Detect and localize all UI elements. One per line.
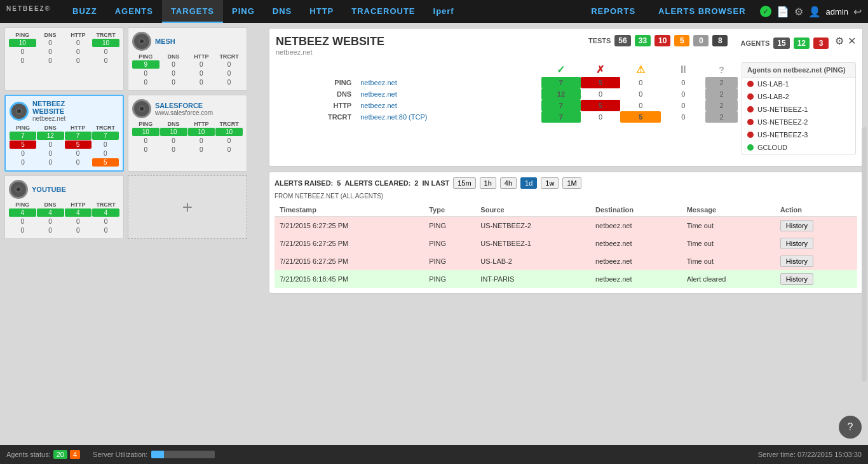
util-bar: [151, 451, 215, 458]
nav-menu: BUZZ AGENTS TARGETS PING DNS HTTP TRACER…: [64, 0, 582, 23]
agent-item-uslab2[interactable]: US-LAB-2: [742, 90, 855, 103]
logout-icon[interactable]: ↩: [853, 6, 862, 18]
badge-red-agents: 3: [813, 38, 829, 49]
badge-gray-tests: 0: [693, 35, 709, 46]
alert-action-2[interactable]: History: [775, 235, 857, 252]
time-btn-4h[interactable]: 4h: [500, 177, 517, 189]
time-btn-1d[interactable]: 1d: [520, 177, 537, 189]
mesh-title: MESH: [155, 38, 175, 45]
target-card-mesh[interactable]: MESH PING DNS HTTP TRCRT 9 0 0 0 0 0 0 0…: [128, 27, 247, 91]
stat-header-trcrt: TRCRT: [92, 32, 119, 38]
time-btn-1w[interactable]: 1w: [541, 177, 559, 189]
alert-dest-2: netbeez.net: [590, 235, 682, 252]
agent-name-usnetbeez1: US-NETBEEZ-1: [757, 106, 808, 113]
test-row-trcrt[interactable]: TRCRT netbeez.net:80 (TCP) 7 0 5 0 2: [276, 111, 738, 123]
nav-http[interactable]: HTTP: [301, 0, 342, 23]
time-btn-1h[interactable]: 1h: [480, 177, 496, 189]
alert-dest-1: netbeez.net: [590, 217, 682, 235]
nav-iperf[interactable]: Iperf: [424, 0, 463, 23]
status-bar: Agents status: 20 4 Server Utilization: …: [0, 445, 868, 464]
agent-dot-uslab1: [747, 81, 754, 87]
history-btn-3[interactable]: History: [780, 256, 813, 267]
alert-msg-2: Time out: [682, 235, 775, 252]
ping-red: 5: [581, 77, 620, 88]
agents-online-badge: 20: [53, 450, 67, 459]
nav-reports[interactable]: REPORTS: [582, 0, 644, 23]
agent-item-usnetbeez2[interactable]: US-NETBEEZ-2: [742, 116, 855, 128]
target-card-netbeez[interactable]: NETBEEZWEBSITE netbeez.net PING DNS HTTP…: [4, 95, 124, 172]
th-message: Message: [682, 203, 775, 217]
test-name-trcrt: TRCRT: [276, 111, 356, 123]
trcrt-green: 7: [541, 111, 581, 123]
nav-right: REPORTS ALERTS BROWSER ✓ 📄 ⚙ 👤 admin ↩: [582, 0, 862, 23]
time-btn-15m[interactable]: 15m: [453, 177, 475, 189]
history-btn-1[interactable]: History: [780, 220, 813, 231]
nav-agents[interactable]: AGENTS: [106, 0, 162, 23]
th-timestamp: Timestamp: [275, 203, 424, 217]
ping-green: 7: [541, 77, 581, 88]
server-time-label: Server time:: [758, 451, 796, 458]
alert-src-1: US-NETBEEZ-2: [475, 217, 590, 235]
server-time-value: 07/22/2015 15:03:30: [797, 451, 862, 458]
file-icon: 📄: [776, 6, 789, 18]
dns-pause: 0: [661, 88, 705, 100]
dns-warn: 0: [620, 88, 661, 100]
trcrt-pause: 0: [661, 111, 705, 123]
stat-dns-plain: 0: [37, 39, 64, 47]
detail-actions: ⚙ ✕: [835, 35, 856, 47]
nav-dns[interactable]: DNS: [264, 0, 301, 23]
agent-item-usnetbeez1[interactable]: US-NETBEEZ-1: [742, 103, 855, 116]
http-dark: 2: [705, 100, 738, 111]
netbeez-icon: [10, 102, 29, 121]
nav-ping[interactable]: PING: [223, 0, 264, 23]
agents-panel-title: Agents on netbeez.net (PING): [742, 63, 855, 78]
nav-alerts-browser[interactable]: ALERTS BROWSER: [649, 0, 755, 23]
alerts-table: Timestamp Type Source Destination Messag…: [275, 203, 857, 288]
alert-msg-3: Time out: [682, 252, 775, 270]
nav-targets[interactable]: TARGETS: [162, 0, 223, 23]
settings-detail-icon[interactable]: ⚙: [835, 35, 844, 47]
alert-action-3[interactable]: History: [775, 252, 857, 270]
nav-buzz[interactable]: BUZZ: [64, 0, 106, 23]
help-button[interactable]: ?: [839, 416, 862, 439]
time-btn-1m[interactable]: 1M: [562, 177, 581, 189]
alert-ts-4: 7/21/2015 6:18:45 PM: [275, 270, 424, 288]
stat-header-http: HTTP: [65, 32, 92, 38]
agent-dot-usnetbeez1: [747, 106, 754, 113]
trcrt-dark: 2: [705, 111, 738, 123]
history-btn-2[interactable]: History: [780, 238, 813, 249]
logo: NETBEEZ®: [6, 5, 51, 17]
alert-action-4[interactable]: History: [775, 270, 857, 288]
detail-subtitle: netbeez.net: [276, 48, 576, 56]
th-type: Type: [424, 203, 475, 217]
th-warn: ⚠: [620, 62, 661, 77]
alert-dest-4: netbeez.net: [590, 270, 682, 288]
alerts-cleared-count: 2: [414, 179, 418, 187]
nav-traceroute[interactable]: TRACEROUTE: [342, 0, 424, 23]
alert-action-1[interactable]: History: [775, 217, 857, 235]
detail-card: NETBEEZ WEBSITE netbeez.net TESTS 56 33 …: [269, 28, 863, 167]
test-row-http[interactable]: HTTP netbeez.net 7 5 0 0 2: [276, 100, 738, 111]
youtube-card-header: YOUTUBE: [9, 180, 119, 199]
test-row-ping[interactable]: PING netbeez.net 7 5 0 0 2: [276, 77, 738, 88]
alert-row-4: 7/21/2015 6:18:45 PM PING INT-PARIS netb…: [275, 270, 857, 288]
top-section: ✓ ✗ ⚠ ⏸ ? PING netbeez.net: [276, 62, 856, 154]
detail-title: NETBEEZ WEBSITE: [276, 35, 576, 48]
sh4: TRCRT: [215, 53, 243, 60]
target-card-salesforce[interactable]: SALESFORCE www.salesforce.com PING DNS H…: [128, 95, 247, 172]
agent-item-gcloud[interactable]: GCLOUD: [742, 141, 855, 154]
alert-src-4: INT-PARIS: [475, 270, 590, 288]
agents-panel-list: US-LAB-1 US-LAB-2 US-NETBEEZ-1 US-N: [742, 78, 855, 154]
agent-item-uslab1[interactable]: US-LAB-1: [742, 78, 855, 90]
th-source: Source: [475, 203, 590, 217]
netbeez-subtitle: netbeez.net: [32, 115, 65, 122]
settings-icon[interactable]: ⚙: [794, 6, 803, 18]
close-detail-icon[interactable]: ✕: [848, 35, 856, 47]
th-pause: ⏸: [661, 62, 705, 77]
add-target-button[interactable]: +: [128, 175, 247, 239]
test-row-dns[interactable]: DNS netbeez.net 12 0 0 0 2: [276, 88, 738, 100]
target-card-youtube[interactable]: YOUTUBE PING DNS HTTP TRCRT 4 4 4 4 0 0 …: [4, 175, 124, 239]
agent-item-usnetbeez3[interactable]: US-NETBEEZ-3: [742, 128, 855, 141]
history-btn-4[interactable]: History: [780, 273, 813, 285]
dns-red: 0: [581, 88, 620, 100]
